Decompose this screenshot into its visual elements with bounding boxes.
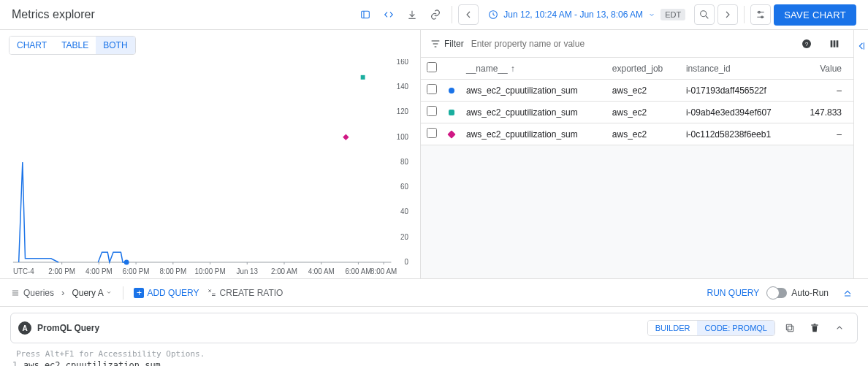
- editor-text[interactable]: aws_ec2_cpuutilization_sum: [23, 360, 161, 366]
- header: Metrics explorer Jun 12, 10:24 AM - Jun …: [0, 0, 868, 30]
- cell-job: aws_ec2: [606, 80, 680, 102]
- save-chart-button[interactable]: SAVE CHART: [774, 4, 856, 26]
- promql-editor[interactable]: Press Alt+F1 for Accessibility Options. …: [10, 348, 858, 366]
- svg-rect-64: [811, 324, 818, 325]
- header-actions: Jun 12, 10:24 AM - Jun 13, 8:06 AM EDT S…: [355, 4, 856, 26]
- cell-job: aws_ec2: [606, 102, 680, 123]
- col-exported-job[interactable]: exported_job: [606, 58, 680, 80]
- create-ratio-button[interactable]: CREATE RATIO: [207, 288, 283, 298]
- svg-text:8:00 PM: 8:00 PM: [160, 267, 187, 275]
- table-scroll[interactable]: __name__↑ exported_job instance_id Value…: [421, 58, 853, 278]
- zoom-icon[interactable]: [694, 4, 715, 25]
- svg-text:140: 140: [397, 83, 409, 91]
- collapse-queries-icon[interactable]: [837, 283, 858, 303]
- col-instance-id[interactable]: instance_id: [680, 58, 795, 80]
- download-icon[interactable]: [402, 4, 422, 25]
- current-query-dropdown[interactable]: Query A: [72, 288, 113, 298]
- settings-sliders-icon[interactable]: [750, 4, 771, 25]
- svg-line-8: [706, 16, 708, 18]
- cell-value: –: [795, 123, 853, 145]
- code-icon[interactable]: [378, 4, 399, 25]
- svg-text:120: 120: [397, 107, 409, 115]
- svg-text:40: 40: [400, 207, 408, 216]
- view-table-tab[interactable]: TABLE: [54, 37, 96, 54]
- svg-text:100: 100: [397, 133, 409, 141]
- divider: [123, 286, 123, 300]
- divider: [452, 6, 452, 23]
- svg-text:2:00 AM: 2:00 AM: [271, 267, 297, 275]
- row-checkbox[interactable]: [427, 106, 437, 116]
- table-row[interactable]: aws_ec2_cpuutilization_sumaws_ec2i-09ab4…: [421, 102, 853, 123]
- main-area: CHART TABLE BOTH 0204060801001201401602:…: [0, 30, 868, 278]
- run-query-button[interactable]: RUN QUERY: [707, 288, 760, 298]
- collapse-panel-button[interactable]: [853, 30, 868, 278]
- sort-asc-icon: ↑: [511, 64, 515, 74]
- cell-job: aws_ec2: [606, 123, 680, 145]
- timezone-badge[interactable]: EDT: [660, 9, 685, 20]
- filter-input[interactable]: [471, 39, 789, 49]
- svg-text:10:00 PM: 10:00 PM: [195, 267, 226, 275]
- query-bar-right: RUN QUERY Auto-Run: [707, 283, 859, 303]
- help-icon[interactable]: ?: [796, 34, 817, 54]
- builder-mode-button[interactable]: BUILDER: [648, 321, 698, 335]
- svg-rect-63: [786, 324, 791, 329]
- row-checkbox[interactable]: [427, 128, 437, 138]
- svg-text:20: 20: [400, 233, 408, 241]
- legend-marker: [449, 110, 454, 115]
- chart[interactable]: 0204060801001201401602:00 PM4:00 PM6:00 …: [9, 59, 411, 278]
- time-range-picker[interactable]: Jun 12, 10:24 AM - Jun 13, 8:06 AM EDT: [481, 9, 691, 20]
- select-all-checkbox[interactable]: [427, 62, 437, 72]
- cell-value: 147.833: [795, 102, 853, 123]
- filter-label: Filter: [430, 38, 464, 50]
- svg-text:4:00 PM: 4:00 PM: [85, 267, 113, 275]
- svg-text:8:00 AM: 8:00 AM: [370, 267, 397, 275]
- table-row[interactable]: aws_ec2_cpuutilization_sumaws_ec2i-0c112…: [421, 123, 853, 145]
- page-title: Metrics explorer: [12, 8, 95, 21]
- project-picker-icon[interactable]: [355, 4, 376, 25]
- svg-rect-54: [837, 40, 839, 47]
- legend-marker: [447, 130, 455, 138]
- cell-instance: i-0c112d58238f6eeb1: [680, 123, 795, 145]
- svg-text:80: 80: [400, 158, 408, 166]
- svg-rect-65: [814, 324, 816, 324]
- plus-icon: +: [134, 288, 144, 298]
- columns-icon[interactable]: [824, 34, 845, 54]
- cell-instance: i-09ab4e3ed394ef607: [680, 102, 795, 123]
- cell-instance: i-017193daff456522f: [680, 80, 795, 102]
- table-header-row: __name__↑ exported_job instance_id Value: [421, 58, 853, 80]
- view-toggle: CHART TABLE BOTH: [9, 36, 136, 55]
- col-name[interactable]: __name__↑: [460, 58, 606, 80]
- link-icon[interactable]: [425, 4, 446, 25]
- col-value[interactable]: Value: [795, 58, 853, 80]
- svg-text:6:00 PM: 6:00 PM: [123, 267, 150, 275]
- filter-icon: [430, 38, 441, 50]
- code-mode-button[interactable]: CODE: PROMQL: [697, 321, 774, 335]
- query-bar: Queries › Query A + ADD QUERY CREATE RAT…: [0, 278, 868, 306]
- cell-name: aws_ec2_cpuutilization_sum: [460, 123, 606, 145]
- copy-icon[interactable]: [780, 318, 800, 338]
- view-chart-tab[interactable]: CHART: [9, 37, 54, 54]
- add-query-button[interactable]: + ADD QUERY: [134, 288, 199, 298]
- svg-rect-45: [343, 134, 349, 140]
- svg-text:?: ?: [805, 40, 809, 47]
- auto-run-label: Auto-Run: [791, 288, 829, 298]
- time-next-button[interactable]: [717, 4, 738, 25]
- promql-panel: A PromQL Query BUILDER CODE: PROMQL Pres…: [0, 306, 868, 366]
- collapse-query-icon[interactable]: [829, 318, 850, 338]
- svg-rect-52: [831, 40, 833, 47]
- table-row[interactable]: aws_ec2_cpuutilization_sumaws_ec2i-01719…: [421, 80, 853, 102]
- queries-link[interactable]: Queries: [10, 288, 54, 298]
- svg-text:UTC-4: UTC-4: [13, 267, 34, 275]
- auto-run-toggle[interactable]: [768, 288, 787, 298]
- divider: [744, 6, 745, 23]
- svg-text:6:00 AM: 6:00 AM: [345, 267, 371, 275]
- chevron-right-icon: ›: [61, 287, 64, 298]
- svg-rect-0: [362, 11, 370, 18]
- svg-point-46: [124, 260, 129, 265]
- row-checkbox[interactable]: [427, 84, 437, 94]
- time-range-text: Jun 12, 10:24 AM - Jun 13, 8:06 AM: [503, 9, 643, 20]
- cell-name: aws_ec2_cpuutilization_sum: [460, 80, 606, 102]
- delete-icon[interactable]: [804, 318, 825, 338]
- view-both-tab[interactable]: BOTH: [96, 37, 134, 54]
- time-prev-button[interactable]: [458, 4, 479, 25]
